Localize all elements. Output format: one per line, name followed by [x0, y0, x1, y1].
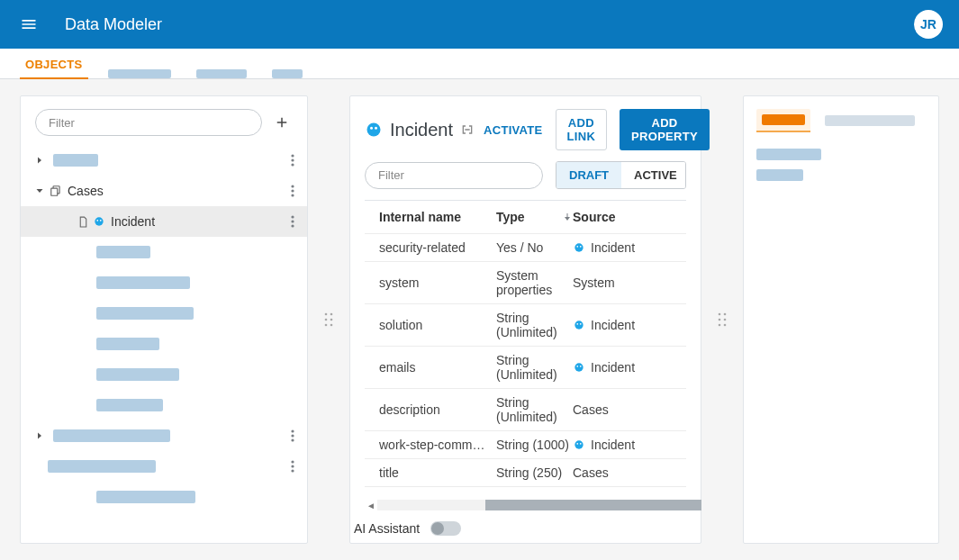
inspector-tabs [756, 109, 926, 132]
scroll-track[interactable] [377, 500, 674, 510]
col-type[interactable]: Type [496, 210, 573, 224]
table-row[interactable]: titleString (250)Cases [365, 458, 686, 486]
tree-item-label [96, 399, 163, 411]
plus-icon [274, 114, 290, 131]
chevron-right-icon[interactable] [32, 430, 48, 441]
scroll-left-icon[interactable]: ◄ [365, 501, 377, 510]
item-menu-button[interactable] [287, 150, 298, 170]
tree-item-label: Incident [111, 214, 155, 229]
tree-item-cases[interactable]: Cases [21, 176, 307, 206]
tree-item[interactable] [21, 329, 307, 359]
copy-icon [48, 185, 64, 197]
chevron-down-icon[interactable] [32, 185, 48, 196]
draft-active-toggle: DRAFT ACTIVE [556, 161, 686, 189]
cell-type: String (250) [496, 465, 573, 480]
hamburger-menu-button[interactable] [16, 12, 41, 37]
tree-item-label [96, 338, 159, 350]
svg-point-45 [719, 313, 721, 316]
table-row[interactable]: work-step-comm…String (1000)Incident [365, 430, 686, 458]
tree-item[interactable] [21, 267, 307, 298]
cell-source: Incident [573, 240, 681, 255]
panel-resize-handle[interactable] [322, 95, 335, 544]
ai-assistant-toggle[interactable] [430, 521, 461, 536]
cell-source: Cases [573, 465, 681, 480]
svg-point-36 [574, 363, 583, 371]
tree-filter-input[interactable] [35, 109, 262, 136]
scroll-thumb[interactable] [485, 500, 701, 510]
object-detail-panel: Incident ACTIVATE ADD LINK ADD PROPERTY … [349, 95, 701, 544]
svg-point-6 [291, 189, 294, 192]
sort-desc-icon [562, 212, 573, 222]
table-body: security-relatedYes / NoIncidentsystemSy… [365, 233, 686, 492]
tab-objects[interactable]: OBJECTS [25, 50, 83, 78]
svg-point-50 [724, 324, 727, 327]
svg-point-38 [580, 366, 582, 367]
svg-point-2 [291, 163, 294, 166]
table-row[interactable]: descriptionString (Unlimited)Cases [365, 388, 686, 430]
col-source[interactable]: Source [573, 210, 681, 224]
horizontal-scrollbar[interactable]: ◄ ► [365, 498, 686, 512]
tab-placeholder[interactable] [272, 69, 303, 78]
tree-item-label: Cases [68, 184, 104, 198]
svg-point-26 [367, 123, 381, 137]
table-row[interactable]: solutionString (Unlimited)Incident [365, 303, 686, 346]
segment-active[interactable]: ACTIVE [621, 162, 686, 188]
svg-rect-4 [51, 188, 58, 195]
tree-item-incident[interactable]: Incident [21, 206, 307, 237]
tree-item-label [96, 246, 150, 258]
tab-placeholder[interactable] [108, 69, 171, 78]
svg-point-46 [724, 313, 727, 316]
tree-item[interactable] [21, 390, 307, 420]
tree-item[interactable] [21, 451, 307, 482]
cell-name: solution [370, 318, 496, 332]
avatar[interactable]: JR [914, 10, 943, 39]
inspector-tab-active[interactable] [756, 109, 810, 132]
table-row[interactable]: emailsString (Unlimited)Incident [365, 346, 686, 388]
ai-assistant-label: AI Assistant [354, 521, 420, 536]
item-menu-button[interactable] [287, 181, 298, 201]
cell-source: Cases [573, 402, 681, 417]
cell-name: title [370, 465, 496, 480]
tree-item-label [96, 276, 190, 289]
tree-item[interactable] [21, 237, 307, 267]
panel-resize-handle[interactable] [716, 95, 728, 544]
segment-draft[interactable]: DRAFT [556, 162, 621, 188]
svg-point-35 [580, 323, 582, 325]
cell-name: description [370, 402, 496, 417]
tabs-bar: OBJECTS [0, 49, 959, 79]
col-internal-name[interactable]: Internal name [370, 210, 496, 224]
bug-icon [365, 121, 383, 139]
cell-type: String (Unlimited) [496, 311, 573, 339]
svg-point-19 [291, 469, 294, 472]
item-menu-button[interactable] [287, 456, 298, 476]
chevron-right-icon[interactable] [32, 155, 48, 166]
svg-point-11 [291, 215, 294, 218]
cell-name: system [370, 275, 496, 290]
cell-type: String (1000) [496, 438, 573, 452]
item-menu-button[interactable] [287, 426, 298, 446]
svg-point-15 [291, 434, 294, 437]
activate-button[interactable]: ACTIVATE [484, 123, 542, 137]
table-row[interactable]: systemSystem propertiesSystem [365, 261, 686, 303]
tree-item[interactable] [21, 145, 307, 176]
tree-item[interactable] [21, 420, 307, 451]
add-link-button[interactable]: ADD LINK [556, 109, 608, 150]
link-icon[interactable] [460, 122, 475, 137]
add-object-button[interactable] [271, 112, 293, 133]
svg-point-23 [330, 319, 333, 321]
property-filter-input[interactable] [365, 162, 543, 189]
tab-placeholder[interactable] [196, 69, 247, 78]
tree-item[interactable] [21, 482, 307, 512]
item-menu-button[interactable] [287, 212, 298, 231]
svg-point-47 [719, 319, 721, 321]
table-row[interactable]: requester-last-na…String (250)Incident [365, 486, 686, 492]
add-property-button[interactable]: ADD PROPERTY [620, 109, 710, 150]
svg-point-9 [96, 220, 98, 221]
table-row[interactable]: security-relatedYes / NoIncident [365, 233, 686, 261]
tree-item[interactable] [21, 359, 307, 390]
inspector-tab[interactable] [825, 115, 915, 126]
tree-item[interactable] [21, 298, 307, 329]
tree-item-label [53, 154, 98, 167]
svg-point-33 [574, 321, 583, 329]
svg-point-12 [291, 220, 294, 222]
